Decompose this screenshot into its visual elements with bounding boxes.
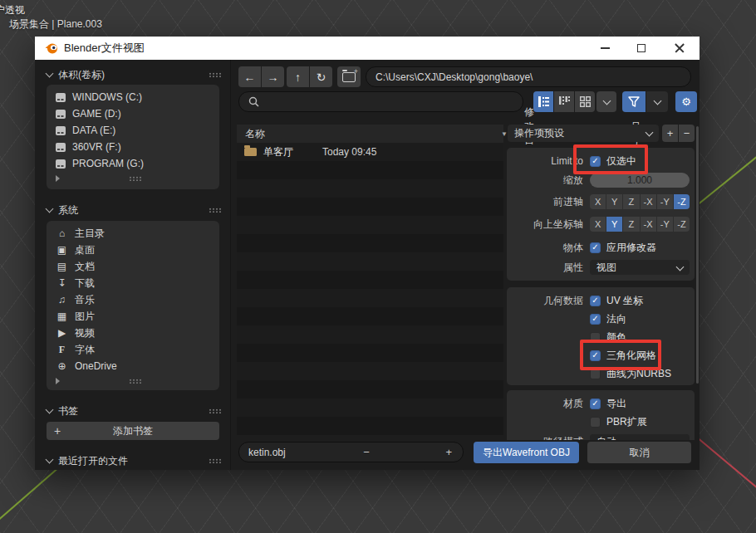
system-item-desktop[interactable]: ▣桌面: [47, 242, 219, 258]
file-date: Today 09:45: [322, 146, 376, 158]
export-materials-checkbox[interactable]: [590, 399, 601, 409]
grip-icon: [209, 72, 221, 77]
export-materials-label[interactable]: 导出: [606, 397, 626, 411]
increment-button[interactable]: +: [437, 446, 454, 458]
home-icon: ⌂: [56, 227, 68, 239]
system-item-pictures[interactable]: ▦图片: [47, 308, 219, 325]
minimize-button[interactable]: [587, 37, 623, 60]
axis-button[interactable]: -Z: [674, 194, 690, 209]
folder-icon: [244, 148, 257, 156]
back-button[interactable]: ←: [238, 66, 261, 87]
scale-value-field[interactable]: 1.000: [590, 173, 690, 188]
volume-label: DATA (E:): [72, 125, 115, 136]
normals-checkbox[interactable]: [590, 314, 601, 325]
system-item-home[interactable]: ⌂主目录: [47, 225, 219, 242]
section-header-volumes[interactable]: 体积(卷标): [47, 68, 221, 81]
minimize-icon: [601, 47, 610, 49]
volume-label: GAME (D:): [72, 108, 121, 120]
filter-dropdown-button[interactable]: [646, 91, 668, 112]
axis-button[interactable]: -X: [641, 217, 656, 232]
volume-item-e[interactable]: DATA (E:): [47, 122, 219, 139]
pbr-extension-checkbox[interactable]: [590, 417, 601, 428]
axis-button[interactable]: X: [590, 217, 606, 232]
system-label: 下载: [75, 276, 95, 291]
maximize-button[interactable]: [623, 37, 660, 60]
uv-coords-label[interactable]: UV 坐标: [606, 294, 643, 308]
view-mode-dropdown-button[interactable]: [596, 91, 616, 112]
path-field[interactable]: C:\Users\CXJ\Desktop\gong\baoye\: [366, 66, 691, 87]
grip-icon[interactable]: [129, 379, 141, 384]
expand-triangle-icon[interactable]: [56, 175, 60, 182]
up-axis-group: X Y Z -X -Y -Z: [590, 217, 690, 232]
expand-triangle-icon[interactable]: [56, 378, 60, 384]
grip-icon[interactable]: [129, 176, 141, 181]
preset-remove-button[interactable]: −: [679, 125, 695, 142]
view-mode-grid-button[interactable]: [575, 91, 595, 112]
y-axis-line-right: [691, 151, 756, 210]
file-row-folder[interactable]: 单客厅 Today 09:45: [237, 143, 503, 161]
up-button[interactable]: ↑: [287, 66, 309, 87]
file-name: 单客厅: [263, 145, 293, 159]
axis-button[interactable]: X: [590, 194, 606, 209]
cancel-button[interactable]: 取消: [587, 442, 691, 463]
close-icon: [675, 43, 685, 53]
path-mode-dropdown[interactable]: 自动: [590, 434, 690, 440]
filter-button[interactable]: [622, 91, 646, 112]
uv-coords-checkbox[interactable]: [590, 296, 601, 306]
forward-button[interactable]: →: [262, 66, 284, 87]
pbr-extension-label[interactable]: PBR扩展: [606, 415, 647, 429]
new-folder-button[interactable]: +: [337, 66, 361, 87]
axis-button[interactable]: Y: [606, 217, 622, 232]
settings-button[interactable]: ⚙: [675, 91, 697, 112]
axis-button[interactable]: Z: [623, 217, 639, 232]
section-header-bookmarks[interactable]: 书签: [47, 404, 221, 418]
axis-button[interactable]: -X: [641, 194, 656, 209]
normals-label[interactable]: 法向: [606, 312, 626, 326]
system-item-onedrive[interactable]: ⊕OneDrive: [47, 358, 219, 374]
section-header-recent[interactable]: 最近打开的文件: [47, 454, 221, 467]
apply-modifiers-checkbox[interactable]: [590, 242, 601, 253]
operator-preset-dropdown[interactable]: 操作项预设: [508, 125, 659, 142]
view-mode-list-button[interactable]: [533, 91, 553, 112]
apply-modifiers-label[interactable]: 应用修改器: [606, 241, 656, 255]
filename-input[interactable]: ketin.obj − +: [238, 442, 464, 462]
decrement-button[interactable]: −: [353, 446, 370, 458]
system-item-music[interactable]: ♫音乐: [47, 291, 219, 308]
volume-item-d[interactable]: GAME (D:): [47, 105, 219, 122]
system-item-fonts[interactable]: F字体: [47, 341, 219, 358]
add-bookmark-button[interactable]: + 添加书签: [47, 422, 219, 440]
search-input[interactable]: [238, 91, 523, 112]
export-obj-button[interactable]: 导出Wavefront OBJ: [474, 442, 579, 463]
section-header-system[interactable]: 系统: [47, 203, 221, 217]
axis-button[interactable]: -Z: [674, 217, 690, 232]
chevron-down-icon: [46, 205, 54, 213]
volume-label: PROGRAM (G:): [72, 158, 144, 169]
view-mode-detail-button[interactable]: [554, 91, 574, 112]
section-title: 最近打开的文件: [58, 454, 128, 468]
volume-item-c[interactable]: WINDOWS (C:): [47, 89, 219, 105]
refresh-button[interactable]: ↻: [310, 66, 332, 87]
detail-view-icon: [559, 96, 570, 107]
volumes-list: WINDOWS (C:) GAME (D:) DATA (E:) 360VR (…: [47, 85, 219, 189]
gear-icon: ⚙: [681, 95, 691, 108]
font-icon: F: [56, 344, 68, 356]
preset-add-button[interactable]: +: [662, 125, 678, 142]
system-item-videos[interactable]: ▶视频: [47, 325, 219, 341]
options-scrollbar[interactable]: [696, 126, 699, 384]
column-header-name[interactable]: 名称: [245, 127, 265, 141]
axis-button[interactable]: -Y: [657, 217, 673, 232]
volume-item-g[interactable]: PROGRAM (G:): [47, 155, 219, 172]
volume-item-f[interactable]: 360VR (F:): [47, 139, 219, 155]
filter-funnel-icon: [628, 96, 640, 107]
system-item-documents[interactable]: ▤文档: [47, 258, 219, 275]
system-item-downloads[interactable]: ↧下载: [47, 275, 219, 291]
video-icon: ▶: [56, 327, 68, 339]
close-button[interactable]: [661, 37, 698, 60]
axis-button[interactable]: Y: [606, 194, 622, 209]
axis-button[interactable]: -Y: [657, 194, 673, 209]
properties-dropdown[interactable]: 视图: [590, 260, 690, 275]
grip-icon: [209, 208, 221, 213]
file-list[interactable]: 单客厅 Today 09:45: [237, 143, 503, 435]
file-list-header: 名称 ▼ 修改日期 尺寸: [237, 125, 503, 143]
axis-button[interactable]: Z: [623, 194, 639, 209]
